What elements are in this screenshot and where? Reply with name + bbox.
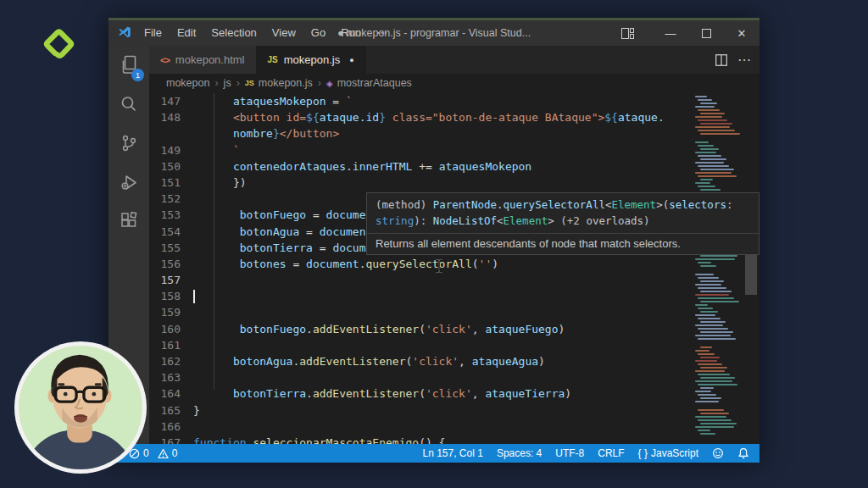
code-token[interactable]: addEventListener <box>313 387 419 400</box>
code-line[interactable]: }) <box>193 175 760 191</box>
code-token[interactable]: 'click' <box>412 355 459 368</box>
menu-item-edit[interactable]: Edit <box>170 20 203 46</box>
code-token[interactable]: botonAgua <box>240 225 299 238</box>
code-row[interactable]: 160 botonFuego.addEventListener('click',… <box>149 321 760 337</box>
code-token[interactable]: ataque.id <box>320 111 379 124</box>
tab-mokepon.js[interactable]: JSmokepon.js● <box>257 46 366 74</box>
code-row[interactable]: 147 ataquesMokepon = ` <box>149 93 760 109</box>
code-token[interactable]: ataqueAgua <box>472 355 538 368</box>
code-line[interactable]: contenedorAtaques.innerHTML += ataquesMo… <box>193 158 760 175</box>
code-token[interactable]: ataquesMokepon <box>233 95 326 108</box>
code-token[interactable]: ataquesMokepon <box>439 160 532 173</box>
modified-dot-icon[interactable]: ● <box>349 56 353 64</box>
code-line[interactable]: botonAgua.addEventListener('click', ataq… <box>193 353 760 369</box>
code-token[interactable]: function <box>193 436 247 444</box>
code-token[interactable]: querySelectorAll <box>366 258 472 270</box>
code-token[interactable]: ` <box>346 95 353 108</box>
more-actions-icon[interactable]: ⋯ <box>737 52 751 68</box>
breadcrumb-item-mokepon[interactable]: mokepon <box>166 77 209 89</box>
status-spaces-4[interactable]: Spaces: 4 <box>497 447 542 459</box>
code-token[interactable]: = <box>306 208 326 221</box>
code-token[interactable]: ( <box>472 258 479 270</box>
code-token[interactable]: = <box>287 258 306 270</box>
code-token[interactable]: . <box>359 258 366 270</box>
code-token[interactable]: 'click' <box>426 387 472 400</box>
code-token[interactable]: ataque. <box>618 111 665 124</box>
status-warnings-icon[interactable]: 0 <box>158 447 178 459</box>
code-line[interactable] <box>193 419 760 435</box>
code-row[interactable]: 165} <box>149 402 760 419</box>
code-row[interactable]: 151 }) <box>149 175 760 191</box>
code-token[interactable]: </button> <box>280 127 339 140</box>
code-token[interactable]: botonFuego <box>240 208 306 221</box>
code-token[interactable]: docume <box>326 208 366 221</box>
code-line[interactable] <box>193 304 760 320</box>
code-line[interactable]: botones = document.querySelectorAll('') <box>193 256 760 272</box>
menu-item-file[interactable]: File <box>136 20 170 46</box>
sidebar-item-run-debug[interactable] <box>108 163 149 202</box>
code-token[interactable]: ( <box>419 387 426 400</box>
code-token[interactable]: . <box>346 160 353 173</box>
maximize-button[interactable] <box>688 20 724 46</box>
code-token[interactable]: ${ <box>306 111 320 124</box>
code-token[interactable]: = <box>299 225 319 238</box>
code-row[interactable]: 158 <box>149 288 760 304</box>
code-line[interactable]: <button id=${ataque.id} class="boton-de-… <box>193 109 760 125</box>
breadcrumb-item-mostrarAtaques[interactable]: ◈mostrarAtaques <box>326 77 412 89</box>
code-token[interactable]: } <box>379 111 386 124</box>
code-token[interactable]: botonTierra <box>240 241 313 254</box>
menu-item-view[interactable]: View <box>264 20 303 46</box>
code-line[interactable]: ` <box>193 142 760 158</box>
close-button[interactable]: ✕ <box>724 20 760 46</box>
code-token[interactable]: class="boton-de-ataque BAtaque"> <box>386 111 604 124</box>
code-token[interactable]: = <box>313 241 332 254</box>
scrollbar-thumb[interactable] <box>745 252 757 295</box>
code-row[interactable]: 166 <box>149 419 760 435</box>
code-line[interactable] <box>193 272 760 288</box>
code-token[interactable]: ` <box>233 144 240 157</box>
breadcrumb-item-mokepon.js[interactable]: JSmokepon.js <box>245 77 313 89</box>
menu-item-selection[interactable]: Selection <box>203 20 264 46</box>
status-crlf[interactable]: CRLF <box>598 447 624 459</box>
status-javascript[interactable]: { }JavaScript <box>638 447 698 459</box>
code-token[interactable]: ) <box>492 258 498 270</box>
code-row[interactable]: 161 <box>149 337 760 353</box>
code-token[interactable]: ) <box>565 387 571 400</box>
code-row[interactable]: 149 ` <box>149 142 760 158</box>
code-line[interactable] <box>193 288 760 304</box>
code-row[interactable]: nombre}</button> <box>149 125 760 141</box>
code-token[interactable]: , <box>472 323 486 336</box>
code-row[interactable]: 164 botonTierra.addEventListener('click'… <box>149 385 760 402</box>
code-token[interactable]: , <box>472 387 486 400</box>
code-row[interactable]: 163 <box>149 369 760 385</box>
code-line[interactable]: ataquesMokepon = ` <box>193 93 760 109</box>
code-token[interactable]: nombre <box>233 127 273 140</box>
code-line[interactable]: nombre}</button> <box>193 125 760 141</box>
code-row[interactable]: 150 contenedorAtaques.innerHTML += ataqu… <box>149 158 760 175</box>
minimap[interactable] <box>693 93 744 444</box>
code-token[interactable]: ( <box>419 323 426 336</box>
tab-mokepon.html[interactable]: <>mokepon.html <box>149 46 257 74</box>
code-token[interactable]: document <box>306 258 359 270</box>
code-token[interactable]: } <box>193 404 200 417</box>
split-editor-icon[interactable] <box>715 54 727 66</box>
code-token[interactable]: ${ <box>604 111 618 124</box>
code-token[interactable]: <button id= <box>233 111 306 124</box>
code-token[interactable]: 'click' <box>426 323 472 336</box>
customize-layout-icon[interactable] <box>621 28 634 39</box>
status-ln-157-col-1[interactable]: Ln 157, Col 1 <box>423 447 483 459</box>
code-token[interactable]: ) <box>559 323 565 336</box>
code-row[interactable]: 148 <button id=${ataque.id} class="boton… <box>149 109 760 125</box>
code-token[interactable]: documen <box>320 225 366 238</box>
code-editor[interactable]: 147 ataquesMokepon = `148 <button id=${a… <box>149 93 760 444</box>
sidebar-item-extensions[interactable] <box>108 202 149 241</box>
code-token[interactable]: addEventListener <box>299 355 405 368</box>
code-line[interactable]: botonTierra.addEventListener('click', at… <box>193 385 760 402</box>
code-line[interactable]: botonFuego.addEventListener('click', ata… <box>193 321 760 337</box>
code-token[interactable]: } <box>273 127 280 140</box>
sidebar-item-explorer[interactable]: 1 <box>108 46 149 85</box>
code-token[interactable]: seleccionarMascotaEnemigo <box>247 436 420 444</box>
code-row[interactable]: 159 <box>149 304 760 320</box>
code-token[interactable]: '' <box>479 258 492 270</box>
code-token[interactable]: += <box>412 160 438 173</box>
